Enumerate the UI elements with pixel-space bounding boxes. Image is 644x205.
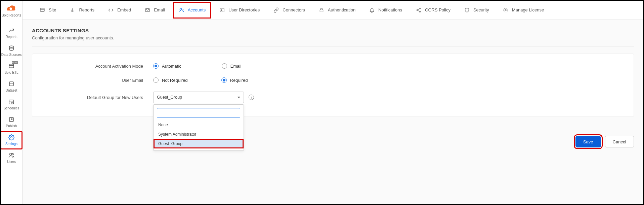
tab-label: Accounts <box>188 7 206 12</box>
page-title: ACCOUNTS SETTINGS <box>32 28 634 33</box>
sidebar-item-publish[interactable]: Publish <box>1 113 22 131</box>
radio-circle-icon <box>153 63 159 69</box>
mail-icon <box>144 7 151 13</box>
svg-point-12 <box>12 153 14 155</box>
brand-logo[interactable]: Bold Reports <box>2 3 21 20</box>
footer-actions: Save Cancel <box>575 136 634 147</box>
radio-activation-email[interactable]: Email <box>222 63 242 69</box>
svg-point-19 <box>180 8 181 10</box>
license-gear-icon <box>503 7 509 13</box>
default-group-label: Default Group for New Users <box>42 95 153 100</box>
svg-point-20 <box>182 9 183 10</box>
directory-icon <box>219 7 225 13</box>
svg-rect-2 <box>9 64 14 68</box>
tab-label: Notifications <box>378 7 402 12</box>
tab-label: Reports <box>79 7 94 12</box>
sidebar-item-data-sources[interactable]: Data Sources <box>1 42 22 60</box>
svg-point-26 <box>419 11 420 12</box>
sidebar-item-label: Data Sources <box>1 53 22 57</box>
default-group-select[interactable]: Guest_Group <box>153 92 244 103</box>
tab-email[interactable]: Email <box>138 1 172 20</box>
gear-icon <box>8 134 15 141</box>
dropdown-option-none[interactable]: None <box>154 120 244 130</box>
tab-label: Embed <box>117 7 131 12</box>
sidebar-divider <box>5 22 17 22</box>
sidebar-item-users[interactable]: Users <box>1 149 22 167</box>
tab-label: Authentication <box>328 7 355 12</box>
svg-point-10 <box>11 137 12 138</box>
radio-label: Required <box>230 78 248 83</box>
radio-label: Automatic <box>162 64 181 69</box>
share-icon <box>416 7 422 13</box>
tab-label: User Directories <box>228 7 260 12</box>
sidebar-item-label: Bold ETL <box>4 71 18 74</box>
user-email-label: User Email <box>42 78 153 83</box>
accounts-icon <box>178 7 184 13</box>
tab-security[interactable]: Security <box>457 1 496 20</box>
radio-circle-icon <box>221 77 227 83</box>
sidebar-item-label: Dataset <box>6 89 17 92</box>
sidebar-item-label: Schedules <box>4 106 19 110</box>
tab-authentication[interactable]: Authentication <box>312 1 362 20</box>
default-group-dropdown: None System Administrator Guest_Group <box>153 104 244 151</box>
sidebar-item-label: Settings <box>5 142 17 146</box>
radio-circle-icon <box>222 63 227 69</box>
svg-line-27 <box>418 9 419 10</box>
etl-icon <box>8 63 15 69</box>
radio-user-email-not-required[interactable]: Not Required <box>153 77 188 83</box>
svg-point-1 <box>9 46 13 47</box>
sidebar-item-settings[interactable]: Settings <box>1 131 22 149</box>
tab-cors-policy[interactable]: CORS Policy <box>409 1 457 20</box>
sidebar-item-reports[interactable]: Reports <box>1 24 22 42</box>
tab-connectors[interactable]: Connectors <box>266 1 311 20</box>
dropdown-option-guest-group[interactable]: Guest_Group <box>154 139 244 148</box>
svg-point-0 <box>10 7 12 10</box>
sidebar-item-schedules[interactable]: Schedules <box>1 96 22 113</box>
svg-rect-13 <box>40 8 44 11</box>
sidebar-item-label: Users <box>7 160 16 164</box>
tab-label: Connectors <box>283 7 305 12</box>
lock-icon <box>318 7 325 13</box>
sidebar-item-label: Reports <box>5 35 17 39</box>
tab-accounts[interactable]: Accounts <box>172 1 212 20</box>
svg-point-11 <box>10 153 12 155</box>
users-icon <box>8 152 15 159</box>
cancel-button[interactable]: Cancel <box>605 136 634 147</box>
tab-label: CORS Policy <box>425 7 450 12</box>
code-icon <box>108 7 114 13</box>
sidebar-item-dataset[interactable]: Dataset <box>1 78 22 96</box>
main: Site Reports Embed Email Accounts User D… <box>23 1 643 204</box>
svg-line-28 <box>418 10 419 11</box>
svg-point-22 <box>221 9 222 10</box>
radio-activation-automatic[interactable]: Automatic <box>153 63 181 69</box>
svg-point-24 <box>419 8 420 9</box>
calendar-clock-icon <box>8 98 15 105</box>
site-icon <box>39 7 45 13</box>
dropdown-search-input[interactable] <box>157 108 240 117</box>
sidebar: Bold Reports Reports Data Sources Bold E… <box>1 1 23 204</box>
sidebar-item-bold-etl[interactable]: Bold ETL <box>1 60 22 78</box>
radio-user-email-required[interactable]: Required <box>221 77 248 83</box>
svg-rect-23 <box>320 10 323 12</box>
tab-site[interactable]: Site <box>33 1 63 20</box>
tab-user-directories[interactable]: User Directories <box>212 1 266 20</box>
shield-icon <box>464 7 470 13</box>
link-icon <box>273 7 279 13</box>
activation-mode-label: Account Activation Mode <box>42 64 153 69</box>
tab-manage-license[interactable]: Manage License <box>496 1 551 20</box>
tab-label: Manage License <box>512 7 544 12</box>
save-button[interactable]: Save <box>575 136 601 147</box>
dropdown-option-system-administrator[interactable]: System Administrator <box>154 130 244 139</box>
radio-label: Email <box>230 64 242 69</box>
info-icon[interactable]: i <box>249 95 254 100</box>
accounts-settings-card: Account Activation Mode Automatic Email <box>32 54 634 117</box>
tab-reports[interactable]: Reports <box>63 1 101 20</box>
tab-embed[interactable]: Embed <box>101 1 138 20</box>
settings-content: ACCOUNTS SETTINGS Configuration for mana… <box>23 20 643 204</box>
divider <box>32 46 634 47</box>
dataset-icon <box>8 80 15 87</box>
tab-notifications[interactable]: Notifications <box>362 1 409 20</box>
tab-label: Email <box>154 7 165 12</box>
radio-circle-icon <box>153 77 159 83</box>
svg-point-30 <box>504 8 508 12</box>
